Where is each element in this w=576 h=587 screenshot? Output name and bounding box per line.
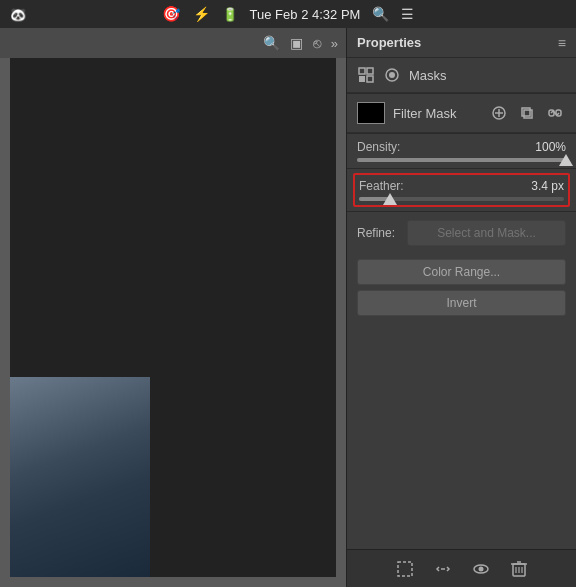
battery-icon: 🔋 <box>222 7 238 22</box>
svg-rect-10 <box>524 110 532 118</box>
filter-mask-link-icon[interactable] <box>544 102 566 124</box>
zoom-icon[interactable]: 🔍 <box>263 35 280 51</box>
panel-title: Properties <box>357 35 421 50</box>
feather-slider-thumb[interactable] <box>383 193 397 205</box>
menubar-center: 🎯 ⚡ 🔋 Tue Feb 2 4:32 PM 🔍 ☰ <box>162 5 415 23</box>
svg-rect-0 <box>359 68 365 74</box>
filter-mask-row: Filter Mask <box>347 94 576 133</box>
expand-icon[interactable]: » <box>331 36 338 51</box>
menubar-left-icons: 🐼 <box>10 5 26 23</box>
refine-label: Refine: <box>357 226 407 240</box>
menubar-time: Tue Feb 2 4:32 PM <box>250 7 361 22</box>
panel-bottom-toolbar <box>347 549 576 587</box>
panel-menu-icon[interactable]: ≡ <box>558 35 566 51</box>
menu-icon-2: ⚡ <box>193 6 210 22</box>
density-label-row: Density: 100% <box>357 140 566 154</box>
layout-icon[interactable]: ▣ <box>290 35 303 51</box>
density-slider-fill <box>357 158 566 162</box>
filter-mask-label: Filter Mask <box>393 106 480 121</box>
separator-3 <box>347 168 576 169</box>
density-row: Density: 100% <box>347 134 576 168</box>
svg-rect-3 <box>367 76 373 82</box>
mask-thumbnail <box>357 102 385 124</box>
filter-mask-copy-icon[interactable] <box>516 102 538 124</box>
select-and-mask-button[interactable]: Select and Mask... <box>407 220 566 246</box>
svg-point-15 <box>478 566 483 571</box>
menu-icon-1: 🎯 <box>162 5 181 23</box>
density-value: 100% <box>535 140 566 154</box>
dashed-rect-icon[interactable] <box>394 558 416 580</box>
export-icon[interactable]: ⎋ <box>313 35 321 51</box>
svg-rect-1 <box>367 68 373 74</box>
masks-row: Masks <box>347 58 576 93</box>
density-slider-thumb[interactable] <box>559 154 573 166</box>
eye-icon[interactable] <box>470 558 492 580</box>
feather-section: Feather: 3.4 px <box>353 173 570 207</box>
panel-header: Properties ≡ <box>347 28 576 58</box>
svg-rect-2 <box>359 76 365 82</box>
masks-icon-1[interactable] <box>357 66 375 84</box>
photo-area: 🔍 ▣ ⎋ » <box>0 28 346 587</box>
invert-button[interactable]: Invert <box>357 290 566 316</box>
filter-mask-options-icon[interactable] <box>488 102 510 124</box>
feather-slider-track[interactable] <box>359 197 564 201</box>
masks-label: Masks <box>409 68 447 83</box>
link-icon[interactable] <box>432 558 454 580</box>
svg-rect-9 <box>522 108 530 116</box>
color-range-button[interactable]: Color Range... <box>357 259 566 285</box>
canvas <box>10 58 336 577</box>
list-icon[interactable]: ☰ <box>401 6 414 22</box>
feather-label: Feather: <box>359 179 404 193</box>
trash-icon[interactable] <box>508 558 530 580</box>
svg-rect-13 <box>398 562 412 576</box>
filter-mask-icons <box>488 102 566 124</box>
main-area: 🔍 ▣ ⎋ » Properties ≡ <box>0 28 576 587</box>
masks-icon-2[interactable] <box>383 66 401 84</box>
properties-panel: Properties ≡ Masks <box>346 28 576 587</box>
density-slider-track[interactable] <box>357 158 566 162</box>
feather-label-row: Feather: 3.4 px <box>359 179 564 193</box>
canvas-toolbar: 🔍 ▣ ⎋ » <box>0 28 346 58</box>
photo-image <box>10 377 150 577</box>
feather-value: 3.4 px <box>531 179 564 193</box>
search-icon[interactable]: 🔍 <box>372 6 389 22</box>
density-label: Density: <box>357 140 400 154</box>
refine-section: Refine: Select and Mask... Color Range..… <box>347 212 576 329</box>
svg-point-5 <box>389 72 395 78</box>
menubar: 🐼 🎯 ⚡ 🔋 Tue Feb 2 4:32 PM 🔍 ☰ <box>0 0 576 28</box>
